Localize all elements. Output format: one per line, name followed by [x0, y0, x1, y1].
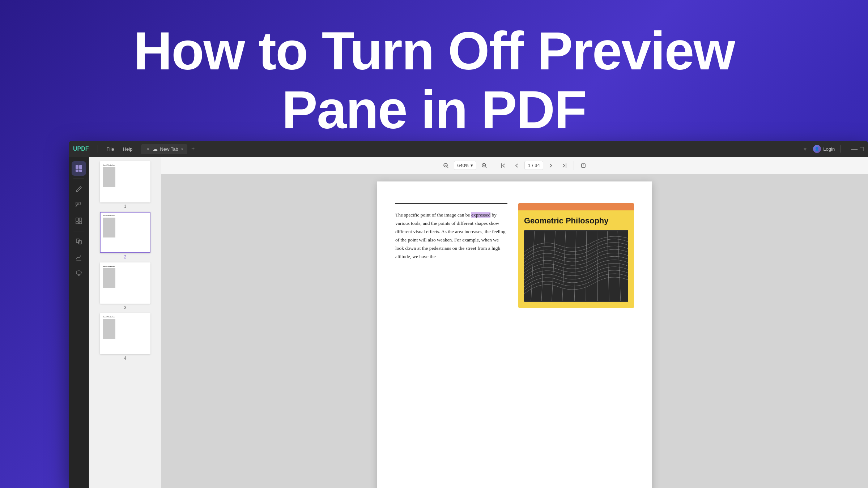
pdf-left-column: The specific point of the image can be e… [395, 203, 507, 488]
toolbar: 640% ▾ 1 / 34 [161, 157, 868, 174]
total-pages: 34 [535, 163, 540, 168]
svg-rect-9 [76, 222, 78, 224]
thumb-2-title: About The Author [103, 215, 148, 217]
app-window: UPDF File Help × ☁ New Tab ▾ + ▾ 👤 Login… [69, 141, 868, 488]
thumb-4-title: About The Author [103, 316, 148, 318]
svg-line-16 [447, 167, 448, 168]
highlighted-text: expressed [471, 212, 490, 218]
thumb-page-num-3: 3 [124, 305, 127, 310]
sidebar-edit-icon[interactable] [72, 182, 86, 196]
pdf-area: 640% ▾ 1 / 34 [161, 157, 868, 488]
book-cover-body: Geometric Philosophy [518, 210, 634, 308]
thumbnail-img-3: About The Author [100, 262, 150, 304]
tab-cloud-icon: ☁ [153, 146, 158, 152]
icon-sidebar [69, 157, 89, 488]
prev-page-button[interactable] [511, 160, 522, 171]
svg-rect-26 [524, 231, 628, 301]
menu-file[interactable]: File [104, 145, 117, 153]
zoom-out-button[interactable] [441, 160, 451, 171]
sidebar-divider-1 [73, 179, 84, 179]
current-page: 1 [528, 163, 530, 168]
login-button[interactable]: 👤 Login [813, 145, 835, 153]
tab-bar: × ☁ New Tab ▾ + [141, 144, 797, 154]
thumbnail-item-3[interactable]: About The Author [92, 262, 158, 310]
zoom-level-text: 640% [457, 163, 469, 168]
thumb-page-num-2: 2 [124, 254, 127, 260]
login-label: Login [823, 146, 835, 152]
zoom-dropdown-icon: ▾ [471, 163, 473, 168]
tab-label: New Tab [160, 146, 178, 152]
first-page-button[interactable] [498, 160, 509, 171]
pdf-text: The specific point of the image can be e… [395, 211, 507, 261]
svg-rect-8 [79, 218, 82, 221]
thumbnail-item-2[interactable]: About The Author [92, 212, 158, 260]
thumbnail-item-1[interactable]: About The Author [92, 161, 158, 209]
sidebar-thumbnail-icon[interactable] [72, 161, 86, 176]
toolbar-divider-1 [494, 161, 494, 170]
thumbnail-panel: About The Author [89, 157, 161, 488]
hero-section: How to Turn Off Preview Pane in PDF [0, 0, 868, 154]
sidebar-divider-2 [73, 231, 84, 231]
menu-help[interactable]: Help [120, 145, 136, 153]
thumb-4-image [103, 319, 115, 339]
page-top-line [395, 203, 507, 204]
toolbar-divider-2 [574, 161, 574, 170]
sidebar-organize-icon[interactable] [72, 214, 86, 228]
book-cover: Geometric Philosophy [518, 203, 634, 308]
sidebar-sign-icon[interactable] [72, 250, 86, 265]
geometric-svg [524, 230, 628, 302]
book-cover-header [518, 203, 634, 210]
thumbnail-item-4[interactable]: About The Author [92, 313, 158, 361]
hero-title-line2: Pane in PDF [282, 80, 586, 140]
zoom-display[interactable]: 640% ▾ [454, 161, 476, 170]
title-bar-divider [98, 145, 98, 153]
search-dropdown-button[interactable]: ▾ [800, 144, 810, 154]
next-page-button[interactable] [546, 160, 556, 171]
thumbnail-img-1: About The Author [100, 161, 150, 202]
book-cover-image [524, 230, 628, 302]
page-display: 1 / 34 [524, 161, 543, 170]
sidebar-comment-icon[interactable] [72, 198, 86, 212]
svg-rect-12 [78, 240, 81, 244]
sidebar-extract-icon[interactable] [72, 234, 86, 249]
thumb-2-image [103, 218, 115, 237]
svg-rect-11 [76, 239, 79, 243]
fit-page-button[interactable] [578, 160, 588, 171]
last-page-button[interactable] [559, 160, 569, 171]
thumbnail-img-2: About The Author [100, 212, 150, 253]
win-ctrl-divider [841, 145, 841, 153]
svg-rect-2 [76, 170, 78, 172]
thumb-3-image [103, 268, 115, 288]
maximize-button[interactable]: □ [860, 145, 864, 153]
hero-title-line1: How to Turn Off Preview [133, 21, 735, 81]
title-bar: UPDF File Help × ☁ New Tab ▾ + ▾ 👤 Login… [69, 141, 868, 157]
thumbnail-img-4: About The Author [100, 313, 150, 354]
thumb-3-title: About The Author [103, 265, 148, 267]
user-avatar: 👤 [813, 145, 821, 153]
pdf-viewer[interactable]: The specific point of the image can be e… [161, 174, 868, 488]
svg-rect-23 [582, 164, 585, 167]
title-bar-right: ▾ 👤 Login — □ [800, 144, 864, 154]
page-separator: / [532, 163, 533, 168]
tab-dropdown-icon[interactable]: ▾ [181, 147, 183, 151]
book-title: Geometric Philosophy [524, 216, 628, 226]
tab-close-button[interactable]: × [145, 146, 150, 151]
add-tab-button[interactable]: + [189, 145, 197, 153]
svg-rect-7 [76, 218, 78, 221]
new-tab[interactable]: × ☁ New Tab ▾ [141, 144, 187, 154]
thumb-page-num-1: 1 [124, 204, 127, 209]
window-controls: — □ [851, 145, 864, 153]
svg-rect-4 [76, 202, 80, 205]
pdf-right-column: Geometric Philosophy [518, 203, 634, 488]
app-logo: UPDF [73, 146, 89, 152]
thumb-page-num-4: 4 [124, 356, 127, 361]
svg-line-20 [485, 167, 486, 168]
sidebar-tools-icon[interactable] [72, 266, 86, 281]
svg-rect-10 [79, 222, 82, 224]
zoom-in-button[interactable] [479, 160, 489, 171]
minimize-button[interactable]: — [851, 145, 858, 153]
svg-rect-0 [76, 165, 78, 169]
thumb-1-image [103, 167, 115, 187]
svg-rect-3 [79, 170, 82, 172]
thumb-1-title: About The Author [103, 164, 148, 166]
